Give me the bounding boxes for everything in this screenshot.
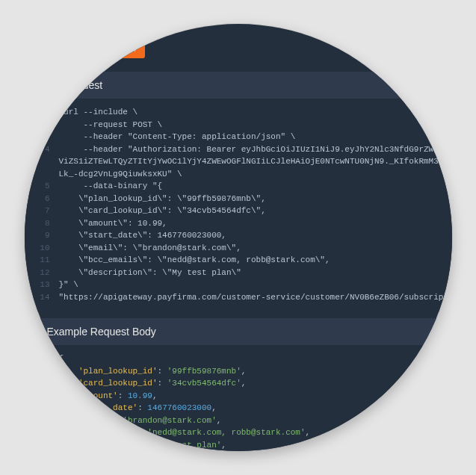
code-text: \"card_lookup_id\": \"34cvb54564dfc\", (59, 205, 266, 217)
subscription-dropdown[interactable]: ption ▼ (47, 40, 91, 58)
viewport-circle: ption ▼ cURL ▼ ple Request 1curl --inclu… (25, 24, 452, 451)
code-line: 13}" \ (32, 279, 452, 291)
code-line: 1{ (32, 353, 452, 365)
code-text: 'card_lookup_id': '34cvb54564dfc', (59, 377, 247, 390)
code-line: 8 'description': 'My test plan', (32, 439, 452, 452)
code-text: curl --include \ (59, 106, 138, 119)
code-text: --data-binary "{ (59, 180, 163, 193)
line-number: 5 (32, 180, 50, 193)
code-line: 6 \"plan_lookup_id\": \"99ffb59876mnb\", (32, 193, 452, 205)
code-line: 5 --data-binary "{ (32, 180, 452, 193)
line-number: 4 (32, 143, 50, 156)
curl-dropdown[interactable]: cURL ▼ (98, 40, 145, 58)
code-line: 7 \"card_lookup_id\": \"34cvb54564dfc\", (32, 205, 452, 217)
code-line: 6 'email': 'brandon@stark.com', (32, 415, 452, 427)
code-line: 12 \"description\": \"My test plan\" (32, 267, 452, 279)
code-text: \"bcc_emails\": \"nedd@stark.com, robb@s… (59, 254, 330, 267)
code-line: 1curl --include \ (32, 106, 452, 119)
chevron-down-icon: ▼ (132, 46, 137, 53)
code-line: 7 'bcc_emails': 'nedd@stark.com, robb@st… (32, 426, 452, 439)
code-text: --request POST \ (59, 119, 163, 131)
code-line: 4 'amount': 10.99, (32, 390, 452, 403)
code-text: \"email\": \"brandon@stark.com\", (59, 242, 241, 255)
example-request-header: ple Request (25, 72, 452, 99)
code-text: 'start_date': 1467760023000, (59, 402, 217, 415)
line-number: 6 (32, 193, 50, 205)
line-number: 8 (32, 217, 50, 230)
code-line: 9 \"start_date\": 1467760023000, (32, 229, 452, 242)
line-number: 2 (32, 119, 50, 131)
code-text: --header "Content-Type: application/json… (59, 131, 296, 143)
code-line: 4 --header "Authorization: Bearer eyJhbG… (32, 143, 452, 181)
line-number: 2 (32, 365, 50, 378)
code-text: \"amount\": 10.99, (59, 217, 167, 230)
chevron-down-icon: ▼ (78, 46, 84, 53)
line-number: 9 (32, 229, 50, 242)
line-number: 5 (32, 402, 50, 415)
example-request-body-header: Example Request Body (25, 318, 452, 345)
code-text: 'email': 'brandon@stark.com', (59, 415, 222, 427)
code-text: --header "Authorization: Bearer eyJhbGci… (59, 143, 452, 181)
code-text: { (59, 353, 64, 365)
code-text: 'bcc_emails': 'nedd@stark.com, robb@star… (59, 426, 311, 439)
code-line: 5 'start_date': 1467760023000, (32, 402, 452, 415)
code-line: 10 \"email\": \"brandon@stark.com\", (32, 242, 452, 255)
line-number: 7 (32, 426, 50, 439)
code-line: 3 'card_lookup_id': '34cvb54564dfc', (32, 377, 452, 390)
code-line: 8 \"amount\": 10.99, (32, 217, 452, 230)
code-line: 2 --request POST \ (32, 119, 452, 131)
curl-dropdown-label: cURL (105, 44, 128, 55)
code-text: 'description': 'My test plan', (59, 439, 226, 452)
line-number: 1 (32, 353, 50, 365)
code-text: \"description\": \"My test plan\" (59, 267, 241, 279)
code-line: 11 \"bcc_emails\": \"nedd@stark.com, rob… (32, 254, 452, 267)
line-number: 3 (32, 131, 50, 143)
code-text: "https://apigateway.payfirma.com/custome… (59, 291, 452, 304)
example-request-code[interactable]: 1curl --include \2 --request POST \3 --h… (25, 99, 452, 312)
line-number: 8 (32, 439, 50, 452)
line-number: 7 (32, 205, 50, 217)
line-number: 10 (32, 242, 50, 255)
line-number: 1 (32, 106, 50, 119)
line-number: 3 (32, 377, 50, 390)
line-number: 13 (32, 279, 50, 291)
line-number: 4 (32, 390, 50, 403)
line-number: 11 (32, 254, 50, 267)
line-number: 14 (32, 291, 50, 304)
code-text: \"start_date\": 1467760023000, (59, 229, 226, 242)
code-text: \"plan_lookup_id\": \"99ffb59876mnb\", (59, 193, 266, 205)
code-text: }" \ (59, 279, 78, 291)
code-text: 'plan_lookup_id': '99ffb59876mnb', (59, 365, 247, 378)
dropdown-row: ption ▼ cURL ▼ (25, 24, 452, 66)
example-request-body-code[interactable]: 1{2 'plan_lookup_id': '99ffb59876mnb',3 … (25, 345, 452, 451)
code-line: 3 --header "Content-Type: application/js… (32, 131, 452, 143)
code-text: 'amount': 10.99, (59, 390, 158, 403)
code-line: 14"https://apigateway.payfirma.com/custo… (32, 291, 452, 304)
line-number: 12 (32, 267, 50, 279)
code-line: 2 'plan_lookup_id': '99ffb59876mnb', (32, 365, 452, 378)
subscription-dropdown-label: ption (55, 44, 74, 55)
line-number: 6 (32, 415, 50, 427)
